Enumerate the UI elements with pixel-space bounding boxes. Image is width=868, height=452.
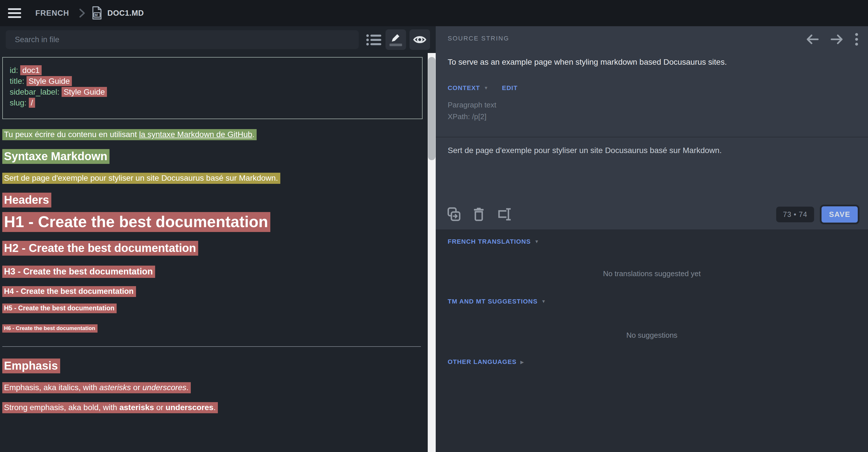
- frontmatter-line: title: Style Guide: [10, 76, 416, 87]
- strings-list-icon[interactable]: [366, 33, 381, 48]
- horizontal-rule: [2, 346, 421, 347]
- next-string-button[interactable]: [830, 34, 843, 45]
- context-xpath: XPath: /p[2]: [448, 111, 496, 123]
- string-emphasis-bold[interactable]: Strong emphasis, aka bold, with asterisk…: [2, 403, 423, 412]
- string-h3[interactable]: H3 - Create the best documentation: [2, 266, 423, 277]
- editor-panel: id: doc1title: Style Guidesidebar_label:…: [0, 26, 428, 452]
- string-h1[interactable]: H1 - Create the best documentation: [2, 213, 423, 231]
- markdown-file-icon: M: [92, 6, 102, 20]
- string-h4[interactable]: H4 - Create the best documentation: [2, 287, 423, 296]
- string-h6[interactable]: H6 - Create the best documentation: [2, 325, 423, 331]
- source-string-label: SOURCE STRING: [448, 35, 509, 42]
- no-translations-message: No translations suggested yet: [436, 269, 868, 278]
- string-h2[interactable]: H2 - Create the best documentation: [2, 242, 423, 255]
- section-other-languages[interactable]: OTHER LANGUAGES ▶: [448, 358, 524, 366]
- preview-mode-button[interactable]: [409, 29, 430, 50]
- string-emphasis-italics[interactable]: Emphasis, aka italics, with asterisks or…: [2, 383, 423, 392]
- arrow-right-icon: [830, 34, 843, 45]
- section-expanded-icon: ▼: [534, 239, 539, 244]
- string-emphasis-heading[interactable]: Emphasis: [2, 359, 423, 372]
- frontmatter-value-string[interactable]: /: [29, 98, 35, 108]
- edit-mode-button[interactable]: [385, 29, 406, 50]
- text-cursor-icon: [497, 207, 512, 221]
- frontmatter-line: id: doc1: [10, 65, 416, 76]
- frontmatter-value-string[interactable]: Style Guide: [62, 87, 107, 97]
- search-row: [0, 26, 428, 54]
- document-content-wrap: id: doc1title: Style Guidesidebar_label:…: [2, 57, 423, 412]
- section-collapsed-icon: ▶: [520, 359, 524, 365]
- more-options-button[interactable]: [855, 32, 858, 46]
- save-button[interactable]: SAVE: [820, 205, 860, 224]
- scrollbar[interactable]: [428, 53, 436, 452]
- pencil-underline: [390, 43, 402, 46]
- scrollbar-thumb[interactable]: [428, 57, 435, 160]
- copy-source-button[interactable]: [447, 207, 461, 221]
- frontmatter-key: id:: [10, 66, 20, 75]
- translation-toolbar: 73 • 74 SAVE: [436, 201, 868, 229]
- breadcrumb-project[interactable]: FRENCH: [35, 9, 69, 18]
- document-content: Tu peux écrire du contenu en utilisant l…: [2, 130, 423, 412]
- translation-panel: SOURCE STRING: [436, 26, 868, 452]
- frontmatter-key: sidebar_label:: [10, 88, 62, 96]
- string-selected[interactable]: Sert de page d'exemple pour styliser un …: [2, 173, 423, 183]
- frontmatter-key: title:: [10, 77, 27, 86]
- section-tm-mt-suggestions[interactable]: TM AND MT SUGGESTIONS ▼: [448, 298, 546, 305]
- kebab-menu-icon: [855, 32, 858, 46]
- frontmatter-block: id: doc1title: Style Guidesidebar_label:…: [2, 57, 423, 119]
- context-info: Paragraph text XPath: /p[2]: [448, 99, 496, 123]
- string-headers[interactable]: Headers: [2, 194, 423, 206]
- suggestions-panel: FRENCH TRANSLATIONS ▼ No translations su…: [436, 229, 868, 452]
- edit-context-link[interactable]: EDIT: [502, 84, 518, 92]
- svg-text:M: M: [95, 13, 98, 17]
- frontmatter-value-string[interactable]: Style Guide: [27, 76, 72, 86]
- delete-translation-button[interactable]: [473, 207, 485, 221]
- section-french-translations[interactable]: FRENCH TRANSLATIONS ▼: [448, 238, 539, 246]
- char-counter: 73 • 74: [776, 206, 814, 222]
- string-h5[interactable]: H5 - Create the best documentation: [2, 304, 423, 312]
- source-text: To serve as an example page when styling…: [448, 58, 852, 67]
- breadcrumb-file[interactable]: M DOC1.MD: [92, 6, 144, 20]
- select-text-button[interactable]: [497, 207, 512, 221]
- context-expanded-icon[interactable]: ▼: [484, 86, 489, 91]
- string-syntaxe-markdown[interactable]: Syntaxe Markdown: [2, 150, 423, 163]
- context-toggle[interactable]: CONTEXT: [448, 84, 480, 92]
- menu-icon[interactable]: [8, 6, 21, 20]
- string-markdown-intro[interactable]: Tu peux écrire du contenu en utilisant l…: [2, 130, 423, 139]
- translation-divider: [436, 137, 868, 137]
- previous-string-button[interactable]: [806, 34, 819, 45]
- trash-icon: [473, 207, 485, 221]
- frontmatter-value-string[interactable]: doc1: [20, 65, 42, 75]
- file-name: DOC1.MD: [107, 9, 144, 18]
- eye-icon: [413, 35, 426, 44]
- source-string-card: SOURCE STRING: [436, 26, 868, 229]
- breadcrumb-chevron-icon: [79, 8, 85, 18]
- top-bar: FRENCH M DOC1.MD: [0, 0, 868, 26]
- frontmatter-line: slug: /: [10, 97, 416, 108]
- translation-input[interactable]: Sert de page d'exemple pour styliser un …: [448, 146, 852, 155]
- section-expanded-icon: ▼: [541, 299, 546, 304]
- search-input[interactable]: [6, 30, 359, 49]
- copy-source-icon: [447, 207, 461, 221]
- frontmatter-key: slug:: [10, 98, 29, 107]
- no-suggestions-message: No suggestions: [436, 331, 868, 340]
- context-type: Paragraph text: [448, 99, 496, 111]
- arrow-left-icon: [806, 34, 819, 45]
- pencil-icon: [390, 33, 402, 43]
- frontmatter-line: sidebar_label: Style Guide: [10, 87, 416, 97]
